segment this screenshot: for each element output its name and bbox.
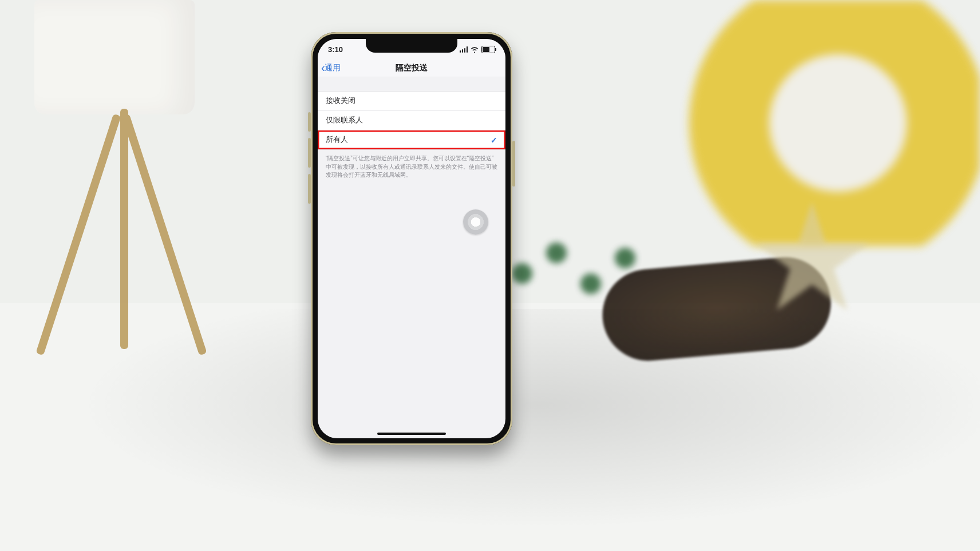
- photo-background: 3:10 ‹ 通用 隔空: [0, 0, 980, 551]
- home-indicator[interactable]: [377, 433, 446, 435]
- phone-frame: 3:10 ‹ 通用 隔空: [311, 32, 512, 445]
- phone-power-button: [512, 141, 515, 187]
- cellular-signal-icon: [460, 46, 468, 53]
- option-label: 接收关闭: [326, 96, 355, 106]
- background-star-decor: [745, 172, 963, 343]
- phone-screen: 3:10 ‹ 通用 隔空: [318, 39, 505, 438]
- back-button-label: 通用: [325, 63, 341, 73]
- page-title: 隔空投送: [318, 60, 505, 77]
- section-footer-text: “隔空投送”可让您与附近的用户立即共享。您可以设置在“隔空投送”中可被发现，以接…: [318, 150, 505, 180]
- option-label: 所有人: [326, 135, 348, 145]
- phone-volume-up: [308, 138, 311, 168]
- option-everyone[interactable]: 所有人 ✓: [318, 130, 505, 149]
- option-label: 仅限联系人: [326, 116, 363, 125]
- option-receiving-off[interactable]: 接收关闭 ✓: [318, 92, 505, 110]
- wifi-icon: [471, 46, 479, 53]
- battery-icon: [481, 46, 495, 53]
- background-plant-stand: [23, 0, 240, 389]
- option-contacts-only[interactable]: 仅限联系人 ✓: [318, 110, 505, 130]
- back-button[interactable]: ‹ 通用: [321, 60, 341, 77]
- status-time: 3:10: [328, 45, 343, 54]
- assistive-touch-button[interactable]: [463, 209, 488, 235]
- phone-notch: [366, 39, 457, 53]
- phone-mute-switch: [308, 112, 311, 132]
- navigation-bar: ‹ 通用 隔空投送: [318, 60, 505, 77]
- checkmark-icon: ✓: [491, 136, 497, 145]
- phone-volume-down: [308, 174, 311, 204]
- airdrop-options-list: 接收关闭 ✓ 仅限联系人 ✓ 所有人 ✓: [318, 91, 505, 150]
